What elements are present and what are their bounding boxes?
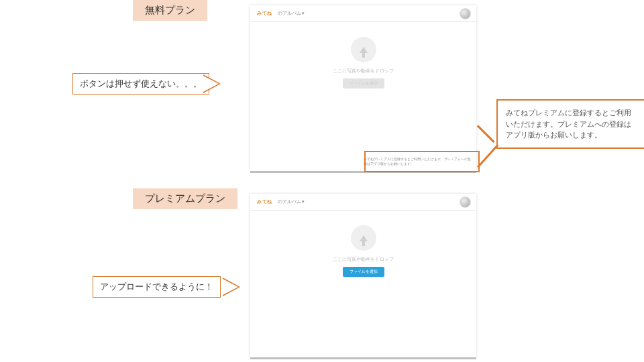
breadcrumb[interactable]: のアルバム ▾ bbox=[278, 198, 305, 205]
panel-header: みてね のアルバム ▾ bbox=[250, 194, 476, 210]
premium-plan-tag: プレミアムプラン bbox=[133, 188, 237, 209]
avatar[interactable] bbox=[460, 8, 471, 19]
banner-highlight bbox=[364, 151, 480, 172]
app-logo: みてね bbox=[257, 10, 272, 17]
big-note: みてねプレミアムに登録するとご利用いただけます。プレミアムへの登録はアプリ版から… bbox=[496, 99, 644, 149]
upload-icon bbox=[351, 225, 376, 251]
connector-line-bottom bbox=[477, 144, 498, 168]
upload-button[interactable]: ファイルを選択 bbox=[343, 267, 384, 277]
dropzone: ここに写真や動画をドロップ ファイルを選択 bbox=[250, 22, 476, 95]
avatar[interactable] bbox=[460, 196, 471, 208]
drop-text: ここに写真や動画をドロップ bbox=[333, 256, 394, 263]
free-annotation-arrow bbox=[203, 74, 221, 93]
dropzone[interactable]: ここに写真や動画をドロップ ファイルを選択 bbox=[250, 210, 476, 284]
premium-annotation: アップロードできるように！ bbox=[93, 276, 221, 298]
premium-annotation-arrow bbox=[223, 278, 240, 296]
arrow-up-icon bbox=[360, 47, 368, 53]
free-plan-panel: みてね のアルバム ▾ ここに写真や動画をドロップ ファイルを選択 みてねプレミ… bbox=[250, 5, 476, 171]
premium-plan-panel: みてね のアルバム ▾ ここに写真や動画をドロップ ファイルを選択 bbox=[250, 194, 476, 357]
drop-text: ここに写真や動画をドロップ bbox=[333, 68, 394, 74]
upload-button-disabled: ファイルを選択 bbox=[343, 78, 384, 88]
panel-header: みてね のアルバム ▾ bbox=[250, 5, 476, 22]
arrow-up-icon bbox=[360, 235, 368, 241]
breadcrumb[interactable]: のアルバム ▾ bbox=[278, 10, 305, 17]
app-logo: みてね bbox=[257, 198, 272, 205]
free-plan-tag: 無料プラン bbox=[133, 0, 207, 21]
upload-icon bbox=[351, 37, 376, 62]
connector-line-top bbox=[477, 125, 495, 143]
free-annotation: ボタンは押せず使えない。。。 bbox=[72, 73, 209, 95]
